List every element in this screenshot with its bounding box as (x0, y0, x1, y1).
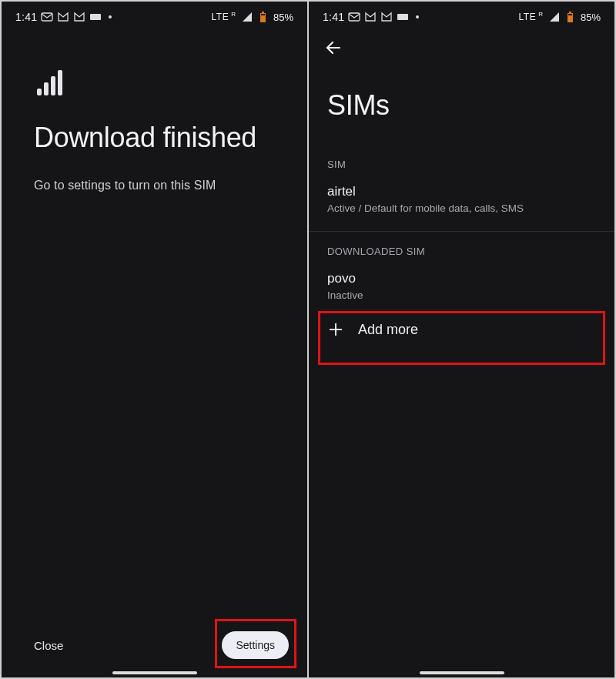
battery-icon (564, 12, 577, 22)
gesture-nav-pill[interactable] (112, 671, 197, 674)
page-title: SIMs (327, 89, 614, 122)
app-notification-icon (397, 12, 409, 22)
gmail-icon (57, 12, 69, 22)
section-header-sim: SIM (327, 159, 614, 170)
section-header-downloaded: DOWNLOADED SIM (327, 246, 614, 257)
roaming-indicator: R (231, 11, 236, 18)
svg-rect-9 (568, 14, 572, 15)
page-subtitle: Go to settings to turn on this SIM (34, 179, 307, 192)
status-time: 1:41 (15, 11, 37, 23)
more-notifications-dot (109, 15, 112, 18)
svg-rect-5 (349, 13, 360, 21)
signal-icon (548, 12, 561, 22)
battery-icon (257, 12, 270, 22)
notification-icon (348, 12, 360, 22)
sim-status: Inactive (327, 289, 614, 301)
gesture-nav-pill[interactable] (420, 671, 504, 674)
gmail-icon (364, 12, 377, 22)
footer-actions: Close Settings (2, 631, 307, 659)
network-type-label: LTE (519, 12, 537, 22)
screen-sims-list: 1:41 LTE R 85% (309, 2, 614, 677)
page-title: Download finished (34, 122, 307, 154)
signal-bars-icon (37, 65, 68, 95)
svg-rect-6 (397, 14, 408, 20)
gmail-icon-2 (380, 12, 393, 22)
gmail-icon-2 (73, 12, 85, 22)
svg-rect-1 (90, 14, 101, 20)
svg-rect-4 (261, 14, 265, 15)
battery-percent: 85% (273, 12, 293, 23)
divider (309, 231, 614, 232)
signal-icon (241, 12, 253, 22)
sim-item-airtel[interactable]: airtel Active / Default for mobile data,… (327, 184, 614, 226)
network-type-label: LTE (212, 12, 229, 22)
svg-rect-7 (569, 12, 571, 13)
app-notification-icon (89, 12, 102, 22)
status-bar: 1:41 LTE R 85% (2, 6, 307, 28)
sim-name: airtel (327, 184, 614, 199)
more-notifications-dot (416, 15, 419, 18)
battery-percent: 85% (581, 12, 601, 23)
back-button[interactable] (324, 38, 343, 57)
tutorial-highlight-povo (318, 311, 605, 365)
screen-download-finished: 1:41 LTE R 85% (2, 2, 307, 677)
svg-rect-0 (42, 13, 52, 21)
add-more-button[interactable]: Add more (327, 321, 614, 338)
close-button[interactable]: Close (34, 639, 63, 652)
status-bar: 1:41 LTE R 85% (309, 6, 614, 28)
sim-item-povo[interactable]: povo Inactive (327, 271, 614, 310)
sim-name: povo (327, 271, 614, 286)
svg-rect-2 (262, 12, 264, 13)
notification-icon (41, 12, 53, 22)
sim-status: Active / Default for mobile data, calls,… (327, 202, 614, 214)
settings-button[interactable]: Settings (222, 631, 289, 659)
status-time: 1:41 (323, 11, 344, 23)
app-bar (309, 28, 614, 68)
add-more-label: Add more (358, 322, 418, 338)
plus-icon (327, 321, 344, 338)
roaming-indicator: R (538, 11, 543, 18)
